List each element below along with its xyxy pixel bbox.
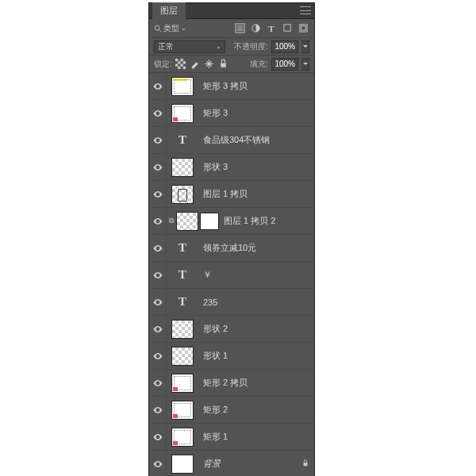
visibility-toggle[interactable] [149, 343, 167, 369]
lock-position-icon[interactable] [204, 58, 215, 71]
layer-name[interactable]: 235 [198, 298, 314, 307]
svg-point-21 [156, 328, 158, 329]
layer-name[interactable]: 背景 [198, 458, 301, 470]
filter-row: 类型 ⌄ T [149, 19, 314, 38]
layer-thumb [171, 374, 194, 393]
chevron-down-icon: ⌄ [181, 25, 186, 32]
svg-point-14 [156, 139, 158, 140]
svg-point-25 [156, 436, 158, 437]
layer-thumb [171, 185, 194, 204]
layer-row[interactable]: 矩形 3 [149, 100, 314, 127]
filter-adjust-icon[interactable] [249, 22, 262, 35]
filter-text-icon[interactable]: T [265, 22, 278, 35]
layer-list: 矩形 3 拷贝矩形 3T食品级304不锈钢形状 3图层 1 拷贝⧉图层 1 拷贝… [149, 73, 314, 476]
svg-point-23 [156, 382, 158, 383]
panel-tabbar: 图层 [149, 3, 314, 19]
layer-name[interactable]: 矩形 3 拷贝 [198, 80, 314, 92]
svg-point-24 [156, 409, 158, 410]
layer-thumb [171, 401, 194, 420]
layer-name[interactable]: 矩形 2 [198, 404, 314, 416]
lock-label: 锁定: [154, 59, 172, 70]
layer-row[interactable]: 形状 1 [149, 343, 314, 370]
visibility-toggle[interactable] [149, 127, 167, 153]
visibility-toggle[interactable] [149, 424, 167, 450]
layer-thumb [171, 428, 194, 447]
visibility-toggle[interactable] [149, 397, 167, 423]
visibility-toggle[interactable] [149, 208, 167, 234]
layer-name[interactable]: 形状 1 [198, 350, 314, 362]
visibility-toggle[interactable] [149, 316, 167, 342]
layer-row[interactable]: 背景 [149, 451, 314, 476]
lock-transparent-icon[interactable] [175, 58, 186, 71]
layer-name[interactable]: 矩形 1 [198, 431, 314, 443]
layer-name[interactable]: 矩形 3 [198, 107, 314, 119]
layer-row[interactable]: 形状 2 [149, 316, 314, 343]
visibility-toggle[interactable] [149, 289, 167, 315]
fill-value[interactable]: 100% [271, 58, 298, 71]
layer-thumb [171, 455, 194, 474]
layer-thumb [171, 77, 194, 96]
layers-panel: ◄◄ ▤ 图层 类型 ⌄ T 正常⌄ 不透明度: 100% 锁定: 填充: 10… [148, 2, 315, 476]
layer-thumb [176, 212, 198, 231]
layer-row[interactable]: 矩形 1 [149, 424, 314, 451]
layer-row[interactable]: ⧉图层 1 拷贝 2 [149, 208, 314, 235]
layer-row[interactable]: T￥ [149, 262, 314, 289]
svg-point-12 [156, 85, 158, 86]
svg-rect-5 [283, 25, 290, 31]
filter-shape-icon[interactable] [281, 22, 294, 35]
layer-thumb [171, 104, 194, 123]
layer-row[interactable]: T领券立减10元 [149, 235, 314, 262]
filter-smart-icon[interactable] [297, 22, 309, 35]
layer-name[interactable]: 图层 1 拷贝 2 [219, 215, 314, 227]
lock-all-icon[interactable] [218, 58, 229, 71]
opacity-dropdown-icon[interactable] [301, 40, 309, 53]
visibility-toggle[interactable] [149, 370, 167, 396]
svg-rect-3 [236, 25, 242, 31]
svg-point-22 [156, 355, 158, 356]
layer-name[interactable]: 领券立减10元 [198, 242, 314, 254]
svg-rect-27 [304, 463, 308, 466]
svg-point-20 [156, 301, 158, 302]
visibility-toggle[interactable] [149, 73, 167, 99]
layer-name[interactable]: 形状 3 [198, 161, 314, 173]
layer-name[interactable]: ￥ [198, 269, 314, 281]
opacity-value[interactable]: 100% [271, 40, 298, 53]
layer-row[interactable]: T食品级304不锈钢 [149, 127, 314, 154]
filter-pixel-icon[interactable] [233, 22, 246, 35]
visibility-toggle[interactable] [149, 235, 167, 261]
visibility-toggle[interactable] [149, 154, 167, 180]
visibility-toggle[interactable] [149, 181, 167, 207]
text-layer-icon: T [171, 239, 194, 258]
visibility-toggle[interactable] [149, 262, 167, 288]
lock-icon [301, 459, 314, 469]
lock-pixels-icon[interactable] [190, 58, 201, 71]
fill-label: 填充: [250, 59, 268, 70]
layer-row[interactable]: 矩形 2 [149, 397, 314, 424]
svg-point-13 [156, 112, 158, 113]
layer-row[interactable]: 矩形 2 拷贝 [149, 370, 314, 397]
svg-point-15 [156, 166, 158, 167]
visibility-toggle[interactable] [149, 100, 167, 126]
svg-point-19 [156, 274, 158, 275]
layer-row[interactable]: 矩形 3 拷贝 [149, 73, 314, 100]
panel-menu-icon[interactable] [300, 6, 311, 14]
layer-name[interactable]: 食品级304不锈钢 [198, 134, 314, 146]
svg-point-0 [155, 25, 159, 30]
filter-label: 类型 [163, 23, 179, 34]
blend-mode-select[interactable]: 正常⌄ [154, 40, 225, 53]
text-layer-icon: T [171, 266, 194, 285]
layer-row[interactable]: 形状 3 [149, 154, 314, 181]
layer-mask-thumb [200, 213, 219, 230]
layer-row[interactable]: T235 [149, 289, 314, 316]
tab-layers[interactable]: 图层 [152, 2, 186, 19]
layer-name[interactable]: 矩形 2 拷贝 [198, 377, 314, 389]
svg-line-1 [159, 29, 162, 32]
layer-name[interactable]: 图层 1 拷贝 [198, 188, 314, 200]
link-icon: ⧉ [167, 217, 176, 225]
visibility-toggle[interactable] [149, 451, 167, 476]
filter-type-picker[interactable]: 类型 ⌄ [154, 23, 186, 34]
fill-dropdown-icon[interactable] [301, 58, 309, 71]
layer-row[interactable]: 图层 1 拷贝 [149, 181, 314, 208]
lock-row: 锁定: 填充: 100% [149, 56, 314, 73]
layer-name[interactable]: 形状 2 [198, 323, 314, 335]
